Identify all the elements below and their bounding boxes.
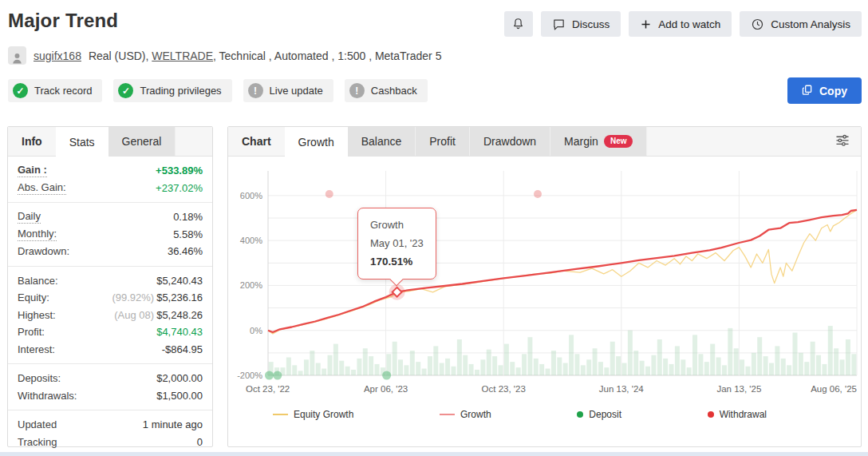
svg-text:400%: 400%	[240, 236, 262, 245]
live-update-label: Live update	[270, 85, 323, 97]
plus-icon	[640, 18, 652, 30]
rates-group: Daily 0.18% Monthly: 5.58% Drawdown: 36.…	[8, 202, 212, 266]
interest-label: Interest:	[18, 343, 55, 355]
cashback-label: Cashback	[371, 85, 417, 97]
gain-label: Gain :	[18, 164, 47, 177]
drawdown-value: 36.46%	[168, 245, 203, 257]
legend-equity-growth[interactable]: Equity Growth	[273, 409, 353, 420]
updated-label: Updated	[18, 418, 57, 430]
growth-chart[interactable]: -200%0%200%400%600%Oct 23, '22Apr 06, '2…	[228, 157, 861, 420]
tooltip-date: May 01, '23	[370, 234, 424, 252]
chart-tabbar: Chart Growth Balance Profit Drawdown Mar…	[228, 127, 861, 157]
deposits-label: Deposits:	[18, 372, 61, 384]
main-content: Info Stats General Gain : +533.89% Abs. …	[7, 126, 862, 447]
next-section-edge	[0, 452, 868, 456]
abs-gain-label: Abs. Gain:	[18, 181, 66, 195]
highest-value: $5,248.26	[156, 309, 203, 321]
stat-row-daily: Daily 0.18%	[18, 208, 203, 226]
drawdown-label: Drawdown:	[18, 245, 69, 257]
stat-row-updated: Updated 1 minute ago	[18, 416, 203, 434]
chart-panel: Chart Growth Balance Profit Drawdown Mar…	[227, 126, 862, 447]
balance-value: $5,240.43	[156, 275, 203, 287]
add-to-watch-label: Add to watch	[658, 18, 720, 30]
svg-text:Oct 23, '22: Oct 23, '22	[246, 384, 290, 394]
growth-line-swatch	[440, 414, 455, 415]
profit-label: Profit:	[18, 326, 45, 338]
custom-analysis-button[interactable]: Custom Analysis	[740, 11, 862, 37]
tab-balance[interactable]: Balance	[348, 127, 416, 156]
broker-link[interactable]: WELTRADE	[152, 50, 213, 62]
account-page: Major Trend Discuss Add to watch Custom …	[0, 0, 868, 456]
tab-margin[interactable]: Margin New	[550, 127, 647, 156]
balance-label: Balance:	[18, 275, 58, 287]
interest-value: -$864.95	[162, 343, 203, 355]
account-type: Real (USD),	[89, 50, 148, 62]
trading-privileges-label: Trading privileges	[140, 85, 221, 97]
svg-text:600%: 600%	[240, 191, 262, 200]
chart-canvas[interactable]: -200%0%200%400%600%Oct 23, '22Apr 06, '2…	[228, 161, 861, 402]
discuss-button[interactable]: Discuss	[541, 11, 621, 37]
discuss-icon	[552, 18, 566, 31]
svg-text:Aug 06, '25: Aug 06, '25	[811, 384, 857, 394]
check-icon: ✓	[13, 83, 28, 98]
svg-text:0%: 0%	[250, 326, 262, 335]
daily-label: Daily	[18, 210, 41, 224]
svg-text:Jan 13, '25: Jan 13, '25	[716, 384, 761, 394]
tab-info[interactable]: Info	[8, 127, 56, 156]
track-record-badge[interactable]: ✓ Track record	[8, 79, 102, 102]
legend-growth[interactable]: Growth	[440, 409, 491, 420]
legend-withdrawal[interactable]: Withdrawal	[708, 409, 767, 420]
tab-drawdown[interactable]: Drawdown	[470, 127, 550, 156]
tooltip-series: Growth	[370, 216, 424, 234]
svg-text:Oct 23, '23: Oct 23, '23	[482, 384, 526, 394]
equity-value: $5,236.16	[156, 291, 203, 303]
stat-row-deposits: Deposits: $2,000.00	[18, 370, 203, 387]
legend-label: Deposit	[589, 409, 621, 420]
stat-row-tracking: Tracking 0	[18, 434, 203, 451]
monthly-value: 5.58%	[173, 228, 203, 240]
account-summary-row: sugifx168 Real (USD), WELTRADE, Technica…	[0, 37, 868, 65]
deposits-value: $2,000.00	[156, 372, 203, 384]
tab-growth[interactable]: Growth	[285, 127, 348, 157]
page-title: Major Trend	[8, 10, 118, 32]
notifications-button[interactable]	[504, 11, 533, 37]
copy-button[interactable]: Copy	[787, 77, 862, 104]
tab-general[interactable]: General	[108, 127, 176, 156]
live-update-badge[interactable]: ! Live update	[243, 79, 333, 102]
highest-date: (Aug 08)	[114, 309, 154, 321]
stat-row-highest: Highest: (Aug 08)$5,248.26	[18, 307, 203, 324]
stat-row-withdrawals: Withdrawals: $1,500.00	[18, 387, 203, 405]
legend-deposit[interactable]: Deposit	[577, 409, 621, 420]
equity-line-swatch	[273, 414, 288, 415]
username-link[interactable]: sugifx168	[34, 50, 81, 62]
info-panel: Info Stats General Gain : +533.89% Abs. …	[7, 126, 213, 447]
deposit-dot-swatch	[577, 411, 583, 418]
chart-section-label: Chart	[228, 127, 285, 156]
legend-label: Growth	[460, 409, 491, 420]
gain-value: +533.89%	[156, 165, 203, 176]
exclamation-icon: !	[349, 83, 365, 98]
equity-label: Equity:	[18, 291, 49, 303]
avatar[interactable]	[8, 46, 26, 65]
trading-privileges-badge[interactable]: ✓ Trading privileges	[113, 79, 231, 102]
stat-row-drawdown: Drawdown: 36.46%	[18, 243, 203, 260]
tab-profit[interactable]: Profit	[416, 127, 470, 156]
monthly-label: Monthly:	[18, 228, 57, 241]
withdrawals-value: $1,500.00	[156, 390, 203, 402]
daily-value: 0.18%	[173, 211, 203, 223]
chart-legend: Equity Growth Growth Deposit Withdrawal	[228, 406, 861, 420]
discuss-label: Discuss	[572, 18, 610, 30]
cashback-badge[interactable]: ! Cashback	[345, 79, 428, 102]
exclamation-icon: !	[248, 83, 263, 98]
chart-tooltip: Growth May 01, '23 170.51%	[357, 208, 436, 280]
clock-icon	[751, 18, 764, 31]
gain-group: Gain : +533.89% Abs. Gain: +237.02%	[8, 157, 212, 202]
tab-stats[interactable]: Stats	[56, 127, 108, 157]
stat-row-equity: Equity: (99.92%)$5,236.16	[18, 289, 203, 307]
updated-value: 1 minute ago	[143, 418, 203, 430]
tracking-label: Tracking	[18, 436, 57, 448]
chart-settings-icon[interactable]	[834, 132, 851, 151]
stat-row-balance: Balance: $5,240.43	[18, 272, 203, 290]
add-to-watch-button[interactable]: Add to watch	[629, 11, 732, 37]
copy-icon	[802, 84, 813, 98]
